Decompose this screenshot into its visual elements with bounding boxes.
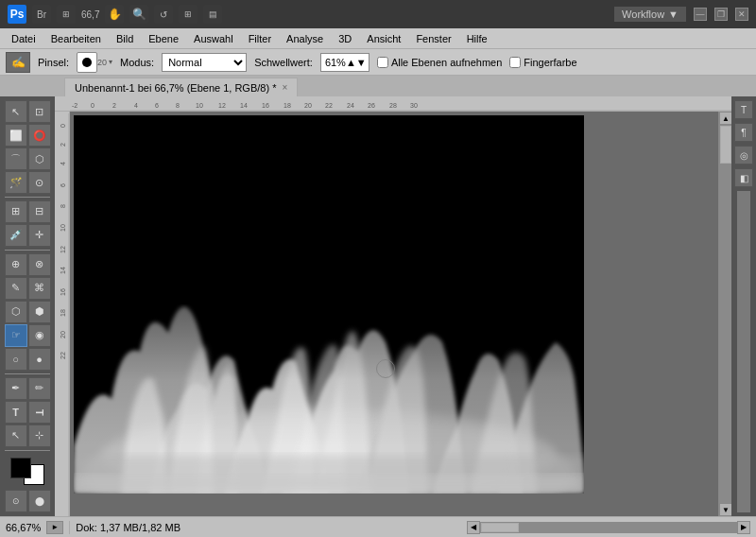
vertical-scroll-track[interactable] bbox=[719, 125, 731, 503]
fingerfarbe-checkbox[interactable] bbox=[509, 57, 521, 68]
modus-select[interactable]: Normal Multiplizieren Abdunkeln bbox=[162, 53, 247, 72]
brush-picker[interactable]: 20 ▾ bbox=[77, 52, 112, 73]
menu-datei[interactable]: Datei bbox=[4, 31, 43, 46]
fingerfarbe-option[interactable]: Fingerfarbe bbox=[509, 57, 576, 68]
tool-path-select[interactable]: ↖ bbox=[5, 424, 27, 447]
tool-row-9: ⬡ ⬢ bbox=[5, 301, 51, 323]
doc-info: Dok: 1,37 MB/1,82 MB bbox=[76, 522, 461, 533]
tool-blur[interactable]: ◉ bbox=[28, 324, 51, 347]
tool-marquee-rect[interactable]: ⬜ bbox=[5, 124, 27, 147]
tool-heal-brush[interactable]: ⊕ bbox=[5, 253, 27, 276]
rotate-icon[interactable]: ↺ bbox=[154, 5, 173, 24]
canvas-viewport[interactable] bbox=[70, 112, 718, 516]
canvas-image bbox=[74, 115, 584, 494]
tool-artboard[interactable]: ⊡ bbox=[28, 100, 51, 123]
tool-eraser[interactable]: ⬡ bbox=[5, 301, 27, 323]
tool-freeform-pen[interactable]: ✏ bbox=[28, 377, 51, 400]
scroll-right-button[interactable]: ▶ bbox=[737, 521, 750, 534]
standard-mode-button[interactable]: ⊙ bbox=[5, 490, 27, 512]
tool-row-10: ☞ ◉ bbox=[5, 324, 51, 347]
restore-button[interactable]: ❐ bbox=[714, 8, 728, 21]
tool-pen[interactable]: ✒ bbox=[5, 377, 27, 400]
menu-fenster[interactable]: Fenster bbox=[408, 31, 458, 46]
brush-arrow[interactable]: ▾ bbox=[109, 58, 112, 66]
tool-lasso[interactable]: ⌒ bbox=[5, 147, 27, 170]
tool-color-sampler[interactable]: ✛ bbox=[28, 224, 51, 247]
tool-magic-wand[interactable]: 🪄 bbox=[5, 171, 27, 194]
close-button[interactable]: ✕ bbox=[735, 8, 748, 21]
horizontal-scroll-thumb[interactable] bbox=[481, 523, 519, 532]
foreground-color-swatch[interactable] bbox=[10, 458, 31, 478]
alle-ebenen-checkbox[interactable] bbox=[377, 57, 388, 68]
minimize-button[interactable]: — bbox=[694, 8, 707, 21]
svg-text:0: 0 bbox=[60, 124, 66, 128]
tool-quick-select[interactable]: ⊙ bbox=[28, 171, 51, 194]
menu-hilfe[interactable]: Hilfe bbox=[459, 31, 495, 46]
hand-icon[interactable]: ✋ bbox=[105, 5, 124, 24]
svg-text:22: 22 bbox=[60, 352, 66, 359]
svg-text:0: 0 bbox=[91, 102, 94, 109]
alle-ebenen-option[interactable]: Alle Ebenen aufnehmen bbox=[377, 57, 502, 68]
tool-row-12: ✒ ✏ bbox=[5, 377, 51, 400]
tool-eyedropper[interactable]: 💉 bbox=[5, 224, 27, 247]
right-layers-button[interactable]: ◧ bbox=[734, 168, 753, 187]
svg-text:16: 16 bbox=[60, 288, 66, 296]
tool-options-icon[interactable]: ✍ bbox=[6, 52, 30, 73]
scroll-up-button[interactable]: ▲ bbox=[719, 112, 731, 125]
zoom-icon[interactable]: 🔍 bbox=[129, 5, 148, 24]
tool-vertical-type[interactable]: T bbox=[28, 401, 51, 424]
proof-button[interactable]: ► bbox=[46, 521, 63, 534]
right-text-button[interactable]: T bbox=[734, 100, 753, 119]
horizontal-scrollbar[interactable]: ◀ ▶ bbox=[467, 521, 750, 534]
tool-direct-select[interactable]: ⊹ bbox=[28, 424, 51, 447]
tool-move[interactable]: ↖ bbox=[5, 100, 27, 123]
brush-preview[interactable] bbox=[77, 52, 97, 73]
scroll-left-button[interactable]: ◀ bbox=[467, 521, 480, 534]
menu-analyse[interactable]: Analyse bbox=[279, 31, 331, 46]
menu-bearbeiten[interactable]: Bearbeiten bbox=[43, 31, 109, 46]
tool-clone-stamp[interactable]: ✎ bbox=[5, 277, 27, 300]
menu-bild[interactable]: Bild bbox=[109, 31, 141, 46]
tool-bg-eraser[interactable]: ⬢ bbox=[28, 301, 51, 323]
tool-slice[interactable]: ⊟ bbox=[28, 200, 51, 223]
schwellwert-arrows[interactable]: ▲▼ bbox=[346, 57, 367, 68]
tool-burn[interactable]: ● bbox=[28, 348, 51, 371]
right-brush-button[interactable]: ◎ bbox=[734, 146, 753, 165]
grid-icon[interactable]: ⊞ bbox=[179, 5, 198, 24]
tool-marquee-ellipse[interactable]: ⭕ bbox=[28, 124, 51, 147]
tool-row-11: ○ ● bbox=[5, 348, 51, 371]
tool-patch[interactable]: ⊗ bbox=[28, 253, 51, 276]
canvas-area: -2 0 2 4 6 8 10 12 14 16 18 20 22 24 26 … bbox=[55, 96, 731, 516]
tool-pattern-stamp[interactable]: ⌘ bbox=[28, 277, 51, 300]
menu-auswahl[interactable]: Auswahl bbox=[186, 31, 241, 46]
workflow-button[interactable]: Workflow ▼ bbox=[614, 7, 686, 22]
tool-smudge[interactable]: ☞ bbox=[5, 324, 27, 347]
menu-ansicht[interactable]: Ansicht bbox=[359, 31, 408, 46]
menu-ebene[interactable]: Ebene bbox=[141, 31, 186, 46]
svg-rect-0 bbox=[70, 97, 731, 111]
svg-text:14: 14 bbox=[240, 102, 248, 109]
tool-separator-3 bbox=[5, 373, 50, 374]
svg-text:8: 8 bbox=[176, 102, 180, 109]
tab-close-button[interactable]: × bbox=[282, 82, 287, 93]
document-tab[interactable]: Unbenannt-1 bei 66,7% (Ebene 1, RGB/8) *… bbox=[64, 78, 298, 96]
color-swatches[interactable] bbox=[10, 458, 44, 485]
vertical-scroll-thumb[interactable] bbox=[720, 126, 731, 164]
tool-row-5: ⊞ ⊟ bbox=[5, 200, 51, 223]
menu-3d[interactable]: 3D bbox=[331, 31, 359, 46]
tool-crop[interactable]: ⊞ bbox=[5, 200, 27, 223]
quick-mask-button[interactable]: ⬤ bbox=[28, 490, 51, 512]
menu-filter[interactable]: Filter bbox=[241, 31, 279, 46]
right-scroll-area[interactable] bbox=[737, 191, 750, 512]
right-paragraph-button[interactable]: ¶ bbox=[734, 123, 753, 142]
tool-polygon-lasso[interactable]: ⬡ bbox=[28, 147, 51, 170]
vertical-scrollbar[interactable]: ▲ ▼ bbox=[718, 112, 731, 516]
tool-separator-4 bbox=[5, 450, 50, 451]
view-icon[interactable]: ▤ bbox=[203, 5, 222, 24]
horizontal-scroll-track[interactable] bbox=[480, 522, 737, 533]
tool-type[interactable]: T bbox=[5, 401, 27, 424]
canvas-frame bbox=[74, 115, 584, 494]
svg-text:14: 14 bbox=[60, 267, 66, 274]
tool-dodge[interactable]: ○ bbox=[5, 348, 27, 371]
scroll-down-button[interactable]: ▼ bbox=[719, 503, 731, 516]
